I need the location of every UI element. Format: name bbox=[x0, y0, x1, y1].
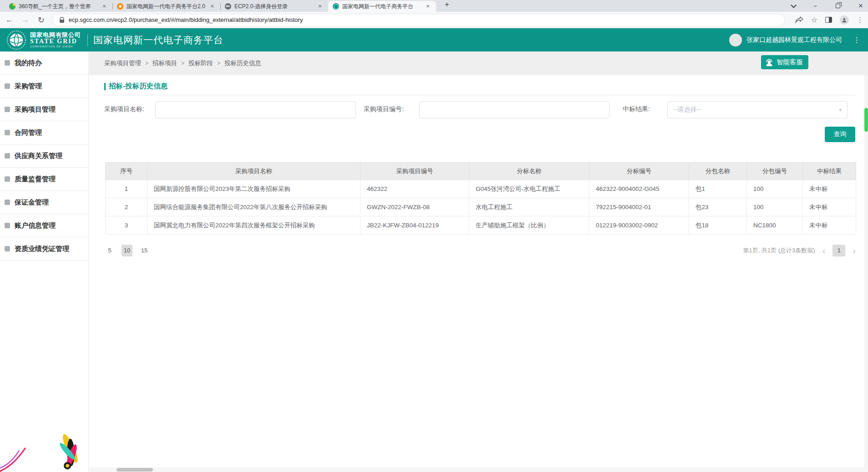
new-tab-button[interactable]: + bbox=[442, 0, 452, 10]
tab-ecp-platform-active[interactable]: 国家电网新一代电子商务平台 × bbox=[328, 1, 436, 12]
col-project-code: 采购项目编号 bbox=[360, 163, 469, 180]
cell-bid-result: 未中标 bbox=[803, 216, 856, 235]
window-close-button[interactable]: × bbox=[856, 2, 865, 10]
bid-result-label: 中标结果: bbox=[623, 105, 650, 113]
tab-favicon-globe-icon bbox=[225, 3, 231, 10]
state-grid-logo bbox=[6, 30, 26, 50]
user-avatar[interactable] bbox=[729, 34, 742, 46]
cell-lot-code: 012219-9003002-0902 bbox=[589, 216, 689, 235]
tab-close-icon[interactable]: × bbox=[316, 3, 324, 10]
window-minimize-button[interactable]: − bbox=[811, 3, 820, 10]
query-button[interactable]: 查询 bbox=[825, 127, 855, 142]
url-text: ecp.sgcc.com.cn/ecp2.0/purchase_ext/#/ma… bbox=[69, 16, 303, 23]
menu-bullet-icon bbox=[5, 107, 10, 112]
cell-project-name: 国网综合能源服务集团有限公司2022年第八次服务公开招标采购 bbox=[147, 198, 360, 216]
app-header: 国家电网有限公司 STATE GRID CORPORATION OF CHINA… bbox=[0, 28, 868, 51]
cell-seq: 1 bbox=[106, 180, 147, 198]
reload-icon[interactable]: ↻ bbox=[36, 15, 46, 25]
cell-lot-name: 生产辅助施工框架（比例） bbox=[469, 216, 589, 235]
cell-package-name: 包1 bbox=[689, 180, 747, 198]
address-bar[interactable]: ecp.sgcc.com.cn/ecp2.0/purchase_ext/#/ma… bbox=[52, 14, 785, 26]
tab-ecp-platform-20[interactable]: 国家电网新一代电子商务平台2.0 × bbox=[112, 1, 220, 12]
page-size-10-selected[interactable]: 10 bbox=[122, 245, 132, 257]
tab-favicon-globe-green-icon bbox=[333, 3, 339, 10]
section-divider bbox=[104, 95, 856, 95]
toolbar-right-icons: ☆ ⋮ bbox=[795, 15, 863, 25]
menu-bullet-icon bbox=[5, 200, 10, 205]
breadcrumb-bar: 采购项目管理 > 招标项目 > 投标阶段 > 投标历史信息 智能客服 bbox=[89, 51, 868, 75]
section-title-bar bbox=[104, 83, 106, 90]
pagination: 5 10 15 第1页, 共1页 (总计3条数据) ‹ 1 › bbox=[104, 245, 856, 257]
menu-bullet-icon bbox=[5, 223, 10, 228]
sidebar-item-procurement-project-mgmt[interactable]: 采购项目管理 bbox=[0, 98, 88, 121]
col-lot-name: 分标名称 bbox=[469, 163, 589, 180]
breadcrumb-item[interactable]: 采购项目管理 bbox=[104, 59, 141, 67]
sidebar-item-contract-mgmt[interactable]: 合同管理 bbox=[0, 121, 88, 144]
cell-lot-code: 792215-9004002-01 bbox=[589, 198, 689, 216]
current-page-button[interactable]: 1 bbox=[832, 245, 845, 257]
col-lot-code: 分标编号 bbox=[589, 163, 689, 180]
table-header-row: 序号 采购项目名称 采购项目编号 分标名称 分标编号 分包名称 分包编号 中标结… bbox=[106, 163, 856, 180]
tab-close-icon[interactable]: × bbox=[101, 3, 108, 10]
tab-close-icon[interactable]: × bbox=[208, 3, 216, 10]
sidebar-item-procurement-mgmt[interactable]: 采购管理 bbox=[0, 75, 88, 98]
cell-package-code: NC1800 bbox=[747, 216, 803, 235]
breadcrumb-separator: > bbox=[145, 60, 148, 67]
breadcrumb-item[interactable]: 投标阶段 bbox=[188, 59, 213, 67]
logo-text: 国家电网有限公司 STATE GRID CORPORATION OF CHINA bbox=[30, 32, 81, 48]
profile-avatar-icon[interactable] bbox=[840, 15, 849, 25]
header-divider bbox=[87, 34, 88, 46]
header-menu-dots-icon[interactable]: ⋮ bbox=[853, 36, 861, 44]
sidebar-item-deposit-mgmt[interactable]: 保证金管理 bbox=[0, 191, 88, 214]
col-seq: 序号 bbox=[106, 163, 147, 180]
sidebar-item-qualification-credential-mgmt[interactable]: 资质业绩凭证管理 bbox=[0, 237, 88, 261]
breadcrumb-item[interactable]: 投标历史信息 bbox=[224, 59, 261, 67]
cell-project-code: GWZN-2022-FWZB-08 bbox=[360, 198, 469, 216]
cell-project-code: JB22-KJFW-ZB04-012219 bbox=[360, 216, 469, 235]
cell-package-name: 包23 bbox=[689, 198, 747, 216]
vertical-scrollbar-thumb[interactable] bbox=[864, 108, 868, 132]
tab-ecp-login[interactable]: ECP2.0-选择身份登录 × bbox=[220, 1, 328, 12]
cell-project-name: 国网新源控股有限公司2023年第二次服务招标采购 bbox=[147, 180, 360, 198]
tab-close-icon[interactable]: × bbox=[424, 3, 431, 10]
horizontal-scrollbar-thumb[interactable] bbox=[117, 468, 153, 472]
smart-service-label: 智能客服 bbox=[777, 58, 803, 67]
share-icon[interactable] bbox=[795, 16, 803, 24]
forward-icon[interactable]: → bbox=[20, 15, 30, 25]
section-title: 招标-投标历史信息 bbox=[104, 82, 168, 91]
smart-service-button[interactable]: 智能客服 bbox=[761, 55, 808, 69]
decorative-curve bbox=[0, 447, 26, 472]
sidebar-item-supplier-relation-mgmt[interactable]: 供应商关系管理 bbox=[0, 144, 88, 168]
browser-menu-icon[interactable]: ⋮ bbox=[857, 16, 863, 24]
next-page-icon[interactable]: › bbox=[853, 245, 856, 257]
page-size-15[interactable]: 15 bbox=[139, 245, 150, 257]
tab-title: ECP2.0-选择身份登录 bbox=[234, 3, 313, 10]
cell-bid-result: 未中标 bbox=[803, 180, 856, 198]
bookmark-star-icon[interactable]: ☆ bbox=[811, 15, 817, 24]
prev-page-icon[interactable]: ‹ bbox=[822, 245, 826, 257]
col-package-code: 分包编号 bbox=[747, 163, 803, 180]
project-code-input[interactable] bbox=[419, 101, 609, 118]
page-size-5[interactable]: 5 bbox=[104, 245, 115, 257]
headset-agent-icon bbox=[765, 58, 774, 67]
lock-icon bbox=[59, 17, 65, 23]
sidebar-item-quality-supervision-mgmt[interactable]: 质量监督管理 bbox=[0, 168, 88, 191]
sidebar-item-todo[interactable]: 我的待办 bbox=[0, 51, 88, 75]
logo-company-sub: CORPORATION OF CHINA bbox=[30, 45, 81, 48]
breadcrumb-item[interactable]: 招标项目 bbox=[152, 59, 177, 67]
window-chevron-down-icon[interactable] bbox=[788, 3, 797, 10]
project-name-input[interactable] bbox=[155, 101, 356, 118]
window-restore-button[interactable] bbox=[833, 3, 843, 10]
side-panel-icon[interactable] bbox=[825, 17, 832, 23]
decorative-graphic bbox=[40, 427, 87, 472]
sidebar-item-account-info-mgmt[interactable]: 账户信息管理 bbox=[0, 214, 88, 237]
cell-lot-code: 462322-9004002-G045 bbox=[589, 180, 689, 198]
main-content: 招标-投标历史信息 采购项目名称: 采购项目编号: 中标结果: --请选择-- … bbox=[89, 75, 864, 467]
bid-result-select[interactable]: --请选择-- ▾ bbox=[667, 101, 848, 118]
tab-360-home[interactable]: 360导航_一个主页，整个世界 × bbox=[5, 1, 112, 12]
menu-bullet-icon bbox=[5, 153, 10, 159]
window-controls: − × bbox=[788, 0, 865, 12]
project-code-label: 采购项目编号: bbox=[364, 105, 404, 113]
back-icon[interactable]: ← bbox=[5, 15, 14, 25]
col-project-name: 采购项目名称 bbox=[147, 163, 360, 180]
